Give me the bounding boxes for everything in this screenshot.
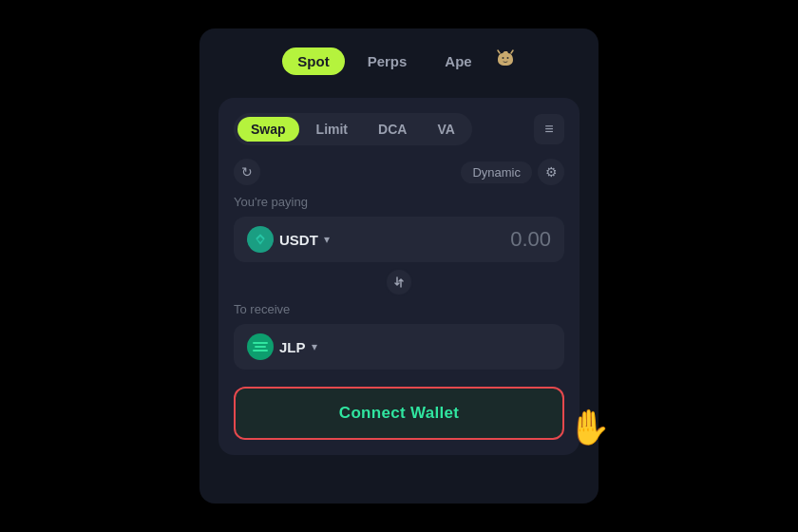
toolbar-right: Dynamic ⚙: [461, 159, 564, 185]
svg-point-1: [506, 57, 508, 59]
paying-label: You're paying: [234, 195, 564, 209]
dynamic-badge[interactable]: Dynamic: [461, 162, 532, 183]
usdt-icon: [247, 226, 274, 253]
list-icon-button[interactable]: ≡: [534, 114, 564, 144]
tab-swap[interactable]: Swap: [238, 117, 299, 142]
tab-dca[interactable]: DCA: [365, 117, 420, 142]
receive-section: To receive JLP ▾: [234, 302, 564, 370]
nav-item-perps[interactable]: Perps: [352, 48, 423, 75]
tab-va[interactable]: VA: [424, 117, 467, 142]
app-container: Spot Perps Ape Swap Limit DCA VA ≡: [200, 28, 598, 504]
receive-label: To receive: [234, 302, 564, 316]
refresh-button[interactable]: ↻: [234, 159, 260, 185]
receive-token-selector[interactable]: JLP ▾: [247, 333, 317, 360]
sub-tabs: Swap Limit DCA VA ≡: [234, 113, 564, 145]
jlp-icon: [247, 333, 274, 360]
swap-arrow-container: [234, 268, 564, 296]
tab-limit[interactable]: Limit: [303, 117, 361, 142]
receive-token-name: JLP: [279, 339, 306, 355]
receive-token-row: JLP ▾: [234, 324, 564, 370]
paying-token-name: USDT: [279, 232, 318, 248]
toolbar-row: ↻ Dynamic ⚙: [234, 159, 564, 185]
swap-card: Swap Limit DCA VA ≡ ↻ Dynamic ⚙ You're p…: [218, 98, 580, 455]
svg-point-0: [502, 57, 504, 59]
receive-chevron-icon: ▾: [312, 340, 317, 353]
nav-item-ape[interactable]: Ape: [429, 48, 486, 75]
paying-token-selector[interactable]: USDT ▾: [247, 226, 330, 253]
paying-section: You're paying USDT ▾ 0.00: [234, 195, 564, 262]
hand-cursor-icon: 🤚: [567, 408, 610, 447]
paying-token-row: USDT ▾ 0.00: [234, 217, 564, 262]
sub-tabs-left: Swap Limit DCA VA: [234, 113, 472, 145]
swap-direction-button[interactable]: [385, 268, 413, 296]
dog-icon[interactable]: [495, 48, 516, 74]
connect-wallet-wrapper: Connect Wallet 🤚: [234, 373, 564, 440]
connect-wallet-button[interactable]: Connect Wallet: [234, 387, 564, 440]
paying-amount[interactable]: 0.00: [510, 227, 551, 252]
settings-button[interactable]: ⚙: [538, 159, 564, 185]
nav-item-spot[interactable]: Spot: [282, 48, 344, 75]
top-nav: Spot Perps Ape: [282, 48, 515, 75]
paying-chevron-icon: ▾: [324, 233, 330, 246]
